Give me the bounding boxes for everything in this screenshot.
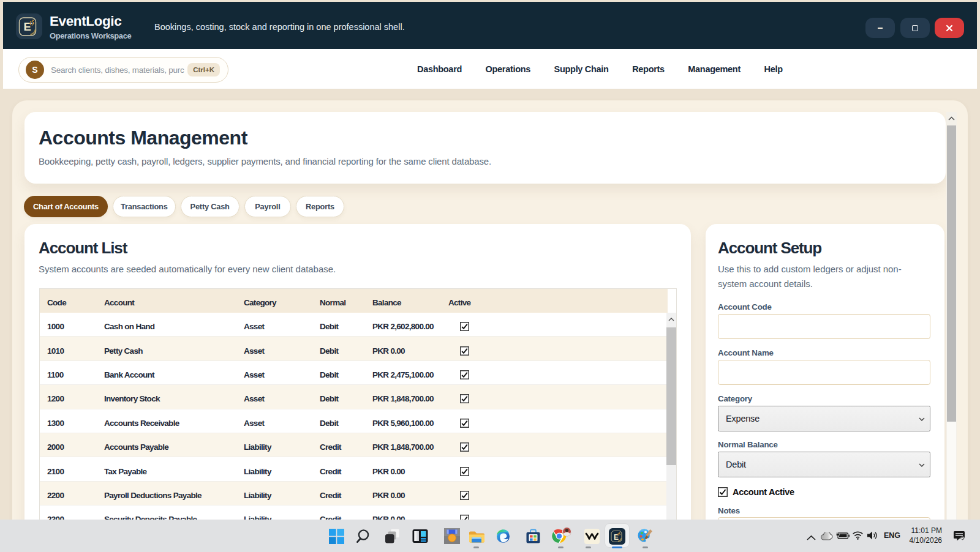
svg-text:E: E [614, 532, 619, 541]
